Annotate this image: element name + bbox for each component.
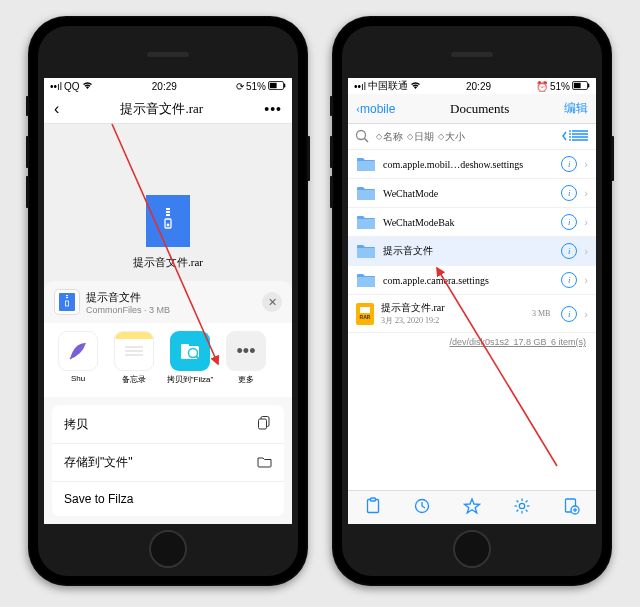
svg-line-42 (516, 500, 518, 502)
file-row[interactable]: com.apple.mobil…deshow.settingsi› (348, 150, 596, 179)
info-button[interactable]: i (561, 156, 577, 172)
notes-icon (121, 344, 147, 358)
back-button[interactable]: ‹ mobile (356, 101, 395, 116)
folder-icon (356, 243, 376, 259)
file-size: 3 MB (532, 309, 550, 318)
chevron-right-icon: › (584, 187, 588, 199)
status-bar: ••ıl 中国联通 20:29 ⏰ 51% (348, 78, 596, 94)
feather-icon (66, 339, 90, 363)
gear-icon[interactable] (513, 497, 531, 519)
sort-size[interactable]: ◇大小 (438, 130, 465, 144)
star-icon[interactable] (463, 497, 481, 519)
folder-icon (356, 214, 376, 230)
info-button[interactable]: i (561, 306, 577, 322)
history-icon[interactable] (413, 497, 431, 519)
file-thumb-icon (54, 289, 80, 315)
clock: 20:29 (152, 81, 177, 92)
info-button[interactable]: i (561, 272, 577, 288)
battery-text: 51% (550, 81, 570, 92)
file-name: 提示音文件.rar (381, 301, 525, 315)
battery-icon (268, 81, 286, 92)
file-name: com.apple.camera.settings (383, 275, 554, 286)
svg-point-24 (357, 130, 366, 139)
wifi-icon (82, 81, 93, 92)
bottom-toolbar (348, 490, 596, 524)
svg-line-43 (525, 509, 527, 511)
svg-line-25 (364, 138, 368, 142)
share-actions: 拷贝 存储到"文件" Save to Filza (52, 405, 284, 516)
share-app-more[interactable]: ••• 更多 (224, 331, 268, 385)
new-file-icon[interactable] (562, 497, 580, 519)
svg-rect-20 (259, 419, 267, 429)
chevron-right-icon: › (584, 308, 588, 320)
chevron-right-icon: › (584, 158, 588, 170)
signal-icon: ••ıl (50, 81, 62, 92)
share-app-shu[interactable]: Shu (56, 331, 100, 385)
file-row[interactable]: RAR提示音文件.rar3月 23, 2020 19:23 MBi› (348, 295, 596, 333)
file-name-label: 提示音文件.rar (133, 255, 203, 270)
ellipsis-icon: ••• (237, 341, 256, 362)
action-save-files[interactable]: 存储到"文件" (52, 444, 284, 482)
svg-point-37 (519, 503, 524, 508)
close-share-button[interactable]: ✕ (262, 292, 282, 312)
back-button[interactable]: ‹ (54, 100, 59, 118)
svg-rect-5 (166, 214, 170, 216)
filza-icon (177, 338, 203, 364)
file-row[interactable]: WeChatModeBaki› (348, 208, 596, 237)
share-apps-row: Shu 备忘录 拷贝到"Filza" (44, 323, 292, 397)
svg-rect-1 (284, 83, 285, 87)
action-save-filza[interactable]: Save to Filza (52, 482, 284, 516)
folder-icon (257, 455, 272, 471)
sort-name[interactable]: ◇名称 (376, 130, 403, 144)
share-app-filza[interactable]: 拷贝到"Filza" (168, 331, 212, 385)
info-button[interactable]: i (561, 243, 577, 259)
folder-icon (356, 156, 376, 172)
svg-rect-9 (66, 295, 68, 296)
share-sheet: 提示音文件 CommonFiles · 3 MB ✕ Shu (44, 281, 292, 524)
page-title: 提示音文件.rar (120, 100, 203, 118)
sort-date[interactable]: ◇日期 (407, 130, 434, 144)
svg-point-7 (167, 223, 170, 226)
file-row[interactable]: 提示音文件i› (348, 237, 596, 266)
svg-rect-6 (165, 219, 171, 228)
file-name: com.apple.mobil…deshow.settings (383, 159, 554, 170)
file-row[interactable]: com.apple.camera.settingsi› (348, 266, 596, 295)
folder-icon (356, 272, 376, 288)
svg-rect-4 (166, 211, 170, 213)
info-button[interactable]: i (561, 185, 577, 201)
home-button[interactable] (453, 530, 491, 568)
nav-bar: ‹ mobile Documents 编辑 (348, 94, 596, 124)
carrier-label: 中国联通 (368, 79, 408, 93)
home-button[interactable] (149, 530, 187, 568)
svg-point-30 (569, 130, 571, 132)
svg-rect-35 (370, 498, 375, 501)
file-name: WeChatMode (383, 188, 554, 199)
disk-info[interactable]: /dev/disk0s1s2 17.8 GB 6 item(s) (348, 333, 596, 351)
more-button[interactable]: ••• (264, 101, 282, 117)
carrier-label: QQ (64, 81, 80, 92)
nav-bar: ‹ 提示音文件.rar ••• (44, 94, 292, 124)
clipboard-icon[interactable] (364, 497, 382, 519)
share-app-notes[interactable]: 备忘录 (112, 331, 156, 385)
wifi-icon (410, 81, 421, 92)
battery-icon (572, 81, 590, 92)
file-row[interactable]: WeChatModei› (348, 179, 596, 208)
svg-rect-3 (166, 208, 170, 210)
file-list: com.apple.mobil…deshow.settingsi›WeChatM… (348, 150, 596, 333)
copy-icon (257, 415, 272, 433)
info-button[interactable]: i (561, 214, 577, 230)
sort-toolbar: ◇名称 ◇日期 ◇大小 (348, 124, 596, 150)
share-file-title: 提示音文件 (86, 290, 256, 305)
loading-icon: ⟳ (236, 81, 244, 92)
file-meta: 3月 23, 2020 19:2 (381, 315, 525, 326)
signal-icon: ••ıl (354, 81, 366, 92)
svg-line-45 (525, 500, 527, 502)
view-mode-button[interactable] (562, 128, 590, 146)
chevron-right-icon: › (584, 216, 588, 228)
search-icon[interactable] (354, 128, 372, 146)
edit-button[interactable]: 编辑 (564, 100, 588, 117)
file-name: 提示音文件 (383, 244, 554, 258)
svg-line-44 (516, 509, 518, 511)
svg-point-31 (569, 133, 571, 135)
action-copy[interactable]: 拷贝 (52, 405, 284, 444)
